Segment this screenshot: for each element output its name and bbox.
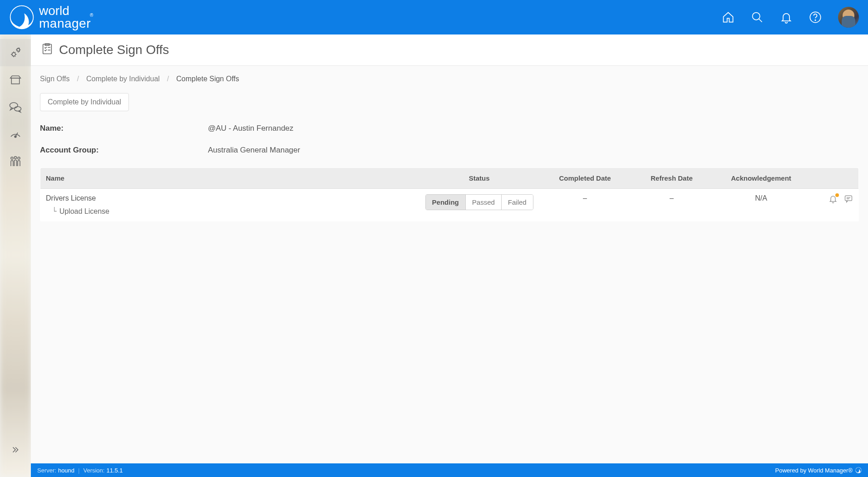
server-label: Server: xyxy=(37,467,56,474)
cell-status: Pending Passed Failed xyxy=(419,189,539,221)
svg-rect-6 xyxy=(11,78,20,84)
col-refresh: Refresh Date xyxy=(631,168,712,189)
breadcrumb-link-complete-individual[interactable]: Complete by Individual xyxy=(86,75,160,83)
breadcrumb-link-signoffs[interactable]: Sign Offs xyxy=(40,75,70,83)
avatar[interactable] xyxy=(838,7,859,28)
cell-refresh: – xyxy=(631,189,712,221)
svg-point-10 xyxy=(11,157,13,159)
col-name: Name xyxy=(40,168,420,189)
top-header: world manager® xyxy=(0,0,868,34)
svg-point-1 xyxy=(753,13,760,20)
info-row-name: Name: @AU - Austin Fernandez xyxy=(40,124,859,133)
name-label: Name: xyxy=(40,124,208,133)
svg-point-7 xyxy=(10,103,18,108)
row-comment-icon[interactable] xyxy=(844,194,853,205)
sidebar-item-system[interactable] xyxy=(0,39,31,66)
footer: Server: hound | Version: 11.5.1 Powered … xyxy=(31,463,868,477)
checklist-icon xyxy=(41,43,54,57)
row-bell-icon[interactable] xyxy=(829,194,838,205)
svg-rect-13 xyxy=(43,44,52,54)
cell-name: Drivers License └Upload License xyxy=(40,189,420,221)
help-icon[interactable] xyxy=(809,11,822,24)
table-header-row: Name Status Completed Date Refresh Date … xyxy=(40,168,859,189)
svg-point-9 xyxy=(15,136,16,138)
cell-ack: N/A xyxy=(712,189,810,221)
sidebar-item-hr[interactable] xyxy=(0,148,31,175)
info-row-group: Account Group: Australia General Manager xyxy=(40,146,859,155)
svg-point-11 xyxy=(15,157,17,159)
sidebar xyxy=(0,34,31,477)
cell-actions xyxy=(810,189,859,221)
sidebar-item-communication[interactable] xyxy=(0,93,31,121)
brand-text: world manager® xyxy=(39,5,94,30)
version-label: Version: xyxy=(83,467,104,474)
server-value: hound xyxy=(58,467,74,474)
group-value: Australia General Manager xyxy=(208,146,300,155)
sidebar-expand-button[interactable] xyxy=(0,441,31,459)
tree-prefix: └ xyxy=(52,207,57,216)
version-value: 11.5.1 xyxy=(106,467,123,474)
search-icon[interactable] xyxy=(751,11,764,24)
brand-logo[interactable]: world manager® xyxy=(9,5,94,30)
status-toggle-group: Pending Passed Failed xyxy=(425,194,533,210)
sub-nav: Complete by Individual xyxy=(40,93,859,111)
page-title: Complete Sign Offs xyxy=(59,43,169,57)
svg-point-12 xyxy=(18,157,20,159)
bell-icon[interactable] xyxy=(780,11,793,24)
home-icon[interactable] xyxy=(722,11,735,24)
header-actions xyxy=(722,7,859,28)
child-name[interactable]: Upload License xyxy=(59,207,109,215)
item-name[interactable]: Drivers License xyxy=(46,194,414,202)
sub-item: └Upload License xyxy=(52,207,414,216)
col-ack: Acknowledgement xyxy=(712,168,810,189)
name-value: @AU - Austin Fernandez xyxy=(208,124,293,133)
brand-line1: world xyxy=(39,5,94,17)
svg-point-2 xyxy=(810,12,820,22)
breadcrumb: Sign Offs / Complete by Individual / Com… xyxy=(40,75,859,83)
col-status: Status xyxy=(419,168,539,189)
bell-notification-dot xyxy=(835,193,839,197)
page-body: Sign Offs / Complete by Individual / Com… xyxy=(31,66,868,477)
sidebar-item-dashboard[interactable] xyxy=(0,121,31,148)
status-passed-button[interactable]: Passed xyxy=(466,195,502,210)
footer-right: Powered by World Manager® xyxy=(775,467,862,474)
brand-line2: manager xyxy=(39,16,91,30)
status-pending-button[interactable]: Pending xyxy=(426,195,466,210)
svg-rect-14 xyxy=(845,196,852,201)
content-area: Complete Sign Offs Sign Offs / Complete … xyxy=(31,34,868,477)
svg-point-8 xyxy=(15,107,21,111)
sidebar-item-operations[interactable] xyxy=(0,66,31,93)
page-title-bar: Complete Sign Offs xyxy=(31,34,868,66)
breadcrumb-current: Complete Sign Offs xyxy=(176,75,239,83)
wm-logo-icon xyxy=(9,5,35,30)
svg-point-3 xyxy=(815,20,815,20)
table-row: Drivers License └Upload License Pending … xyxy=(40,189,859,221)
powered-by: Powered by World Manager® xyxy=(775,467,853,474)
wm-mini-icon xyxy=(855,467,862,473)
col-actions xyxy=(810,168,859,189)
group-label: Account Group: xyxy=(40,146,208,155)
status-failed-button[interactable]: Failed xyxy=(502,195,533,210)
col-completed: Completed Date xyxy=(539,168,631,189)
cell-completed: – xyxy=(539,189,631,221)
complete-by-individual-button[interactable]: Complete by Individual xyxy=(40,93,129,111)
signoffs-table: Name Status Completed Date Refresh Date … xyxy=(40,167,859,221)
